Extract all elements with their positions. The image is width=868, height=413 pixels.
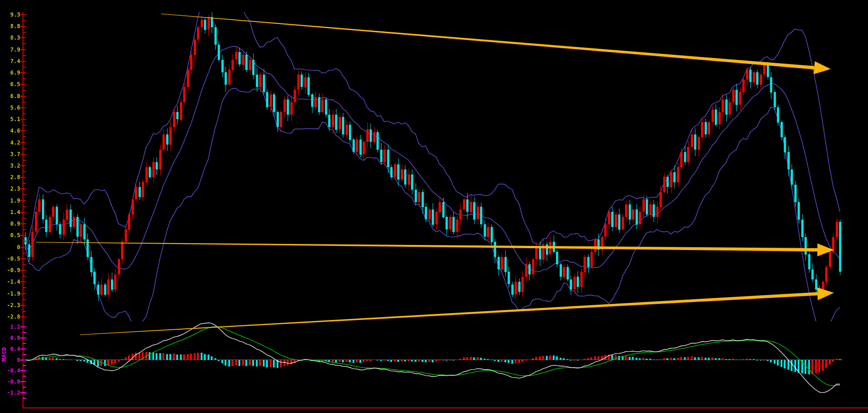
price-axis-label: 2.8 (0, 174, 20, 181)
price-axis-label: -2.3 (0, 302, 20, 309)
price-axis-label: -1.4 (0, 278, 20, 285)
kline-app-screen: 【胆029中123】频率K线(当前遗漏:2 周期:1 理论周期:1.52) 9.… (0, 0, 868, 413)
price-axis-label: 1.4 (0, 209, 20, 216)
price-axis-label: 7.9 (0, 46, 20, 53)
price-axis-label: 6.9 (0, 69, 20, 76)
price-axis-label: -1.9 (0, 290, 20, 297)
price-axis-label: 3.2 (0, 162, 20, 169)
macd-axis-label: 1.2 (0, 323, 20, 331)
macd-axis-label: -1.2 (0, 389, 20, 396)
price-axis-label: -0.9 (0, 267, 20, 274)
price-axis-label: 5.6 (0, 104, 20, 111)
price-axis-label: -0.5 (0, 255, 20, 262)
price-axis-label: 8.3 (0, 34, 20, 41)
macd-axis-label: -0.4 (0, 367, 20, 374)
price-axis-label: 4.2 (0, 139, 20, 146)
price-axis-label: 1.9 (0, 197, 20, 204)
price-axis-label: 7.4 (0, 58, 20, 65)
price-axis-label: 0.9 (0, 220, 20, 227)
price-axis-label: 3.7 (0, 151, 20, 158)
macd-axis-label: -0.8 (0, 378, 20, 385)
kline-chart-canvas[interactable] (0, 0, 868, 413)
price-axis-label: 0 (0, 244, 20, 251)
price-axis-label: 6.5 (0, 81, 20, 88)
price-axis-label: 8.8 (0, 23, 20, 30)
macd-indicator-label: MACD (0, 341, 7, 368)
price-axis-label: -2.8 (0, 313, 20, 320)
price-axis-label: 9.3 (0, 11, 20, 18)
price-axis-label: 4.6 (0, 127, 20, 134)
price-axis-label: 2.3 (0, 185, 20, 192)
price-axis-label: 0.5 (0, 232, 20, 239)
price-axis-label: 6.0 (0, 93, 20, 100)
macd-axis-label: 0.8 (0, 334, 20, 342)
price-axis-label: 5.1 (0, 116, 20, 123)
